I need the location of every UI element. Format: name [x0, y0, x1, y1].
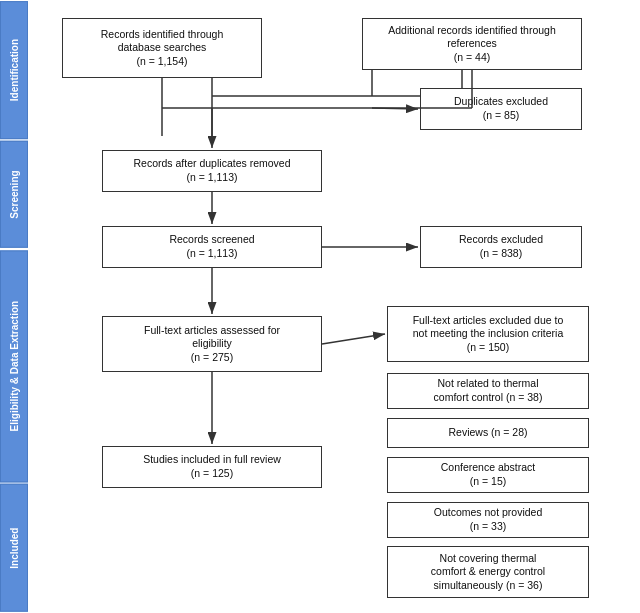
box-fulltext-excluded: Full-text articles excluded due to not m… — [387, 306, 589, 362]
box-reviews: Reviews (n = 28) — [387, 418, 589, 448]
box-included: Studies included in full review (n = 125… — [102, 446, 322, 488]
box-outcomes: Outcomes not provided (n = 33) — [387, 502, 589, 538]
svg-line-17 — [322, 334, 385, 344]
box-db-search: Records identified through database sear… — [62, 18, 262, 78]
diagram-container: Identification Screening Eligibility & D… — [0, 0, 640, 613]
box-records-excluded: Records excluded (n = 838) — [420, 226, 582, 268]
sidebar-eligibility: Eligibility & Data Extraction — [0, 250, 28, 482]
sidebar: Identification Screening Eligibility & D… — [0, 0, 28, 613]
box-duplicates-excluded: Duplicates excluded (n = 85) — [420, 88, 582, 130]
flowchart: Records identified through database sear… — [32, 8, 636, 605]
sidebar-screening: Screening — [0, 141, 28, 248]
sidebar-included: Included — [0, 484, 28, 612]
box-after-duplicates: Records after duplicates removed (n = 1,… — [102, 150, 322, 192]
svg-line-12 — [372, 108, 418, 109]
box-records-screened: Records screened (n = 1,113) — [102, 226, 322, 268]
box-not-covering: Not covering thermal comfort & energy co… — [387, 546, 589, 598]
box-fulltext-assessed: Full-text articles assessed for eligibil… — [102, 316, 322, 372]
box-not-thermal: Not related to thermal comfort control (… — [387, 373, 589, 409]
box-conference: Conference abstract (n = 15) — [387, 457, 589, 493]
main-content: Records identified through database sear… — [28, 0, 640, 613]
box-add-records: Additional records identified through re… — [362, 18, 582, 70]
sidebar-identification: Identification — [0, 1, 28, 139]
